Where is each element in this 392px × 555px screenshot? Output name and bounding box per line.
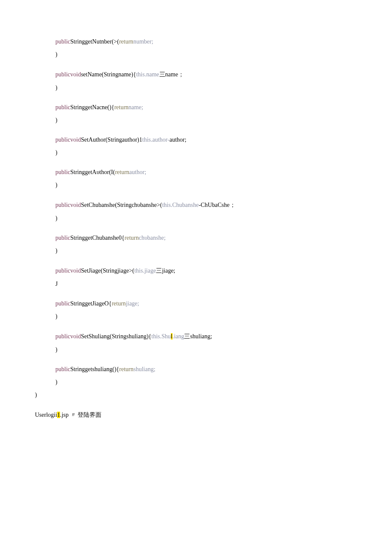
code-line: publicStringgetNacne(){returnname; bbox=[0, 104, 392, 111]
code-line: publicvoidSetAuthor(Stringauthor)1this.a… bbox=[0, 137, 392, 143]
code-token: StringgetNacne(){ bbox=[70, 104, 114, 110]
code-token: public bbox=[55, 235, 70, 241]
code-token: SetShuliang(Stringshuliang){ bbox=[81, 333, 151, 340]
code-token: void bbox=[70, 202, 81, 208]
code-token: author bbox=[153, 137, 168, 143]
code-token: ) bbox=[55, 117, 58, 123]
code-token: ) bbox=[55, 346, 58, 353]
blank-line bbox=[0, 162, 392, 169]
code-token: shuliang; bbox=[133, 366, 155, 372]
code-token: 三 bbox=[156, 267, 162, 274]
code-token: ) bbox=[55, 149, 58, 156]
code-line: ) bbox=[0, 346, 392, 353]
code-token: public bbox=[55, 333, 70, 340]
code-line: publicvoidSetShuliang(Stringshuliang){th… bbox=[0, 333, 392, 340]
code-token: author; bbox=[170, 137, 187, 143]
code-line: ) bbox=[0, 215, 392, 222]
blank-line bbox=[0, 64, 392, 71]
code-token: setName(Stringname){ bbox=[81, 71, 136, 78]
code-line: publicStringgetAυthor(I(returnauthor; bbox=[0, 169, 392, 176]
code-token: ) bbox=[35, 392, 37, 398]
code-token: this bbox=[142, 137, 151, 143]
code-token: StringgetChubanshe0{ bbox=[70, 235, 124, 241]
code-token: name bbox=[146, 71, 159, 78]
code-token: 三 bbox=[184, 333, 190, 340]
code-token: public bbox=[55, 267, 70, 274]
code-line: ) bbox=[0, 313, 392, 320]
code-token: Stringgetshuliang(){ bbox=[70, 366, 119, 372]
code-token: public bbox=[55, 366, 70, 372]
code-line: publicvoidSetChubanshe(Stringchυbanshe>(… bbox=[0, 201, 392, 209]
code-token: void bbox=[70, 333, 81, 340]
code-token: 〃 bbox=[69, 411, 76, 418]
code-line: ) bbox=[0, 379, 392, 386]
code-line: ) bbox=[0, 51, 392, 58]
code-line: J bbox=[0, 281, 392, 288]
code-line: ) bbox=[0, 149, 392, 156]
code-token: number; bbox=[133, 38, 153, 45]
code-token: Chubanshe bbox=[172, 202, 199, 208]
code-token: 登陆界面 bbox=[76, 412, 102, 418]
code-line: publicvoidSetJiage(Stringjiage>(this.jia… bbox=[0, 267, 392, 275]
code-token: public bbox=[55, 38, 70, 45]
code-line: publicStringgetChubanshe0{returnchυbansh… bbox=[0, 235, 392, 241]
code-token: 三name； bbox=[159, 71, 184, 78]
blank-line bbox=[0, 326, 392, 333]
code-line: ) bbox=[0, 84, 392, 91]
code-token: public bbox=[55, 169, 70, 175]
code-token: ) bbox=[55, 379, 58, 385]
code-token: return bbox=[119, 38, 133, 45]
code-token: SetChubanshe(Stringchυbanshe>( bbox=[81, 202, 162, 208]
code-token: StringgetAυthor(I( bbox=[70, 169, 115, 175]
code-token: Userlogii bbox=[35, 412, 57, 418]
code-token: ) bbox=[55, 84, 58, 91]
code-line: Userlogii1.jsp 〃 登陆界面 bbox=[0, 411, 392, 419]
code-token: StringgetNutnber(>( bbox=[70, 38, 119, 45]
code-token: public bbox=[55, 137, 70, 143]
code-token: jiage; bbox=[126, 300, 139, 307]
code-token: author; bbox=[129, 169, 146, 175]
blank-line bbox=[0, 195, 392, 201]
blank-line bbox=[0, 293, 392, 300]
code-token: this bbox=[162, 202, 170, 208]
code-token: ) bbox=[55, 247, 58, 254]
code-token: J bbox=[55, 281, 58, 287]
code-line: publicvoidsetName(Stringname){this.name三… bbox=[0, 71, 392, 78]
code-line: publicStringgetJiageO{returnjiage; bbox=[0, 300, 392, 307]
code-line: ) bbox=[0, 182, 392, 189]
code-token: return bbox=[112, 300, 126, 307]
code-token: public bbox=[55, 104, 70, 110]
code-token: ) bbox=[55, 313, 58, 320]
code-token: return bbox=[124, 235, 138, 241]
code-token: StringgetJiageO{ bbox=[70, 300, 112, 307]
code-token: SetAuthor(Stringauthor)1 bbox=[81, 137, 142, 143]
code-token: void bbox=[70, 137, 81, 143]
code-line: publicStringgetNutnber(>(returnnumber; bbox=[0, 38, 392, 45]
code-token: public bbox=[55, 202, 70, 208]
code-token: shuliang; bbox=[190, 333, 212, 340]
code-token: chυbanshe; bbox=[139, 235, 166, 241]
code-token: ) bbox=[55, 51, 58, 58]
blank-line bbox=[0, 130, 392, 137]
code-token: SetJiage(Stringjiage>( bbox=[81, 267, 134, 274]
code-token: return bbox=[114, 104, 128, 110]
code-line: ) bbox=[0, 117, 392, 124]
blank-line bbox=[0, 404, 392, 411]
code-token: this bbox=[136, 71, 144, 78]
blank-line bbox=[0, 260, 392, 267]
code-token: this bbox=[134, 267, 143, 274]
blank-line bbox=[0, 228, 392, 235]
code-token: name; bbox=[129, 104, 143, 110]
code-token: ChUbaCshe； bbox=[201, 202, 236, 208]
document-page: publicStringgetNutnber(>(returnnumber;)p… bbox=[0, 0, 392, 502]
code-token: ) bbox=[55, 182, 58, 188]
code-line: publicStringgetshuliang(){returnshuliang… bbox=[0, 366, 392, 373]
code-token: jiage bbox=[144, 267, 156, 274]
code-line: ) bbox=[0, 247, 392, 254]
blank-line bbox=[0, 97, 392, 104]
code-token: void bbox=[70, 71, 81, 78]
code-token: jiage; bbox=[162, 267, 175, 274]
code-token: .jsp bbox=[60, 412, 69, 418]
code-line: ) bbox=[0, 392, 392, 398]
code-token: public bbox=[55, 71, 70, 78]
